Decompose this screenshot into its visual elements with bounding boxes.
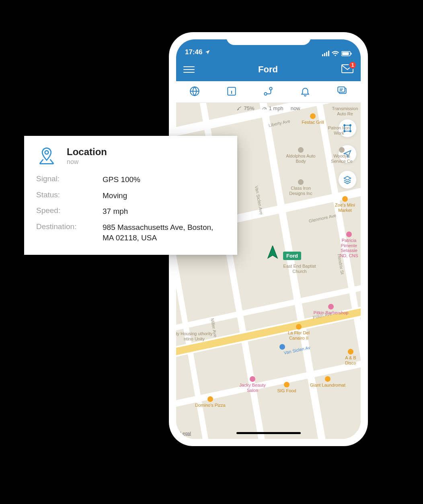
svg-point-27: [45, 151, 49, 154]
tab-chat[interactable]: [337, 86, 347, 98]
messages-button[interactable]: 1: [341, 64, 353, 75]
vehicle-marker[interactable]: [267, 246, 279, 261]
phone-notch: [226, 32, 311, 45]
svg-point-25: [344, 131, 345, 132]
geofence-button[interactable]: [338, 119, 357, 137]
tab-route[interactable]: [263, 86, 273, 98]
card-timestamp: now: [67, 158, 107, 166]
map-status-bar: 75% 1 mph now: [176, 105, 361, 111]
tab-globe[interactable]: [189, 86, 200, 98]
location-card: Location now Signal: GPS 100% Status: Mo…: [24, 136, 237, 255]
recenter-button[interactable]: [338, 145, 357, 163]
location-arrow-icon: [205, 49, 210, 55]
layers-button[interactable]: [338, 170, 357, 189]
wifi-icon: [332, 51, 339, 56]
speed-gauge-icon: [262, 106, 267, 111]
destination-value: 985 Massachusetts Ave, Boston, MA 02118,…: [103, 222, 225, 243]
svg-point-24: [350, 125, 351, 126]
tab-notifications[interactable]: [300, 86, 310, 98]
card-title: Location: [67, 146, 107, 158]
svg-point-7: [270, 87, 273, 90]
geofence-icon: [343, 124, 352, 133]
speed-label: Speed:: [36, 206, 99, 217]
layers-icon: [343, 175, 352, 184]
svg-point-23: [344, 125, 345, 126]
signal-label: Signal:: [36, 174, 99, 185]
status-label: Status:: [36, 191, 99, 201]
vehicle-label[interactable]: Ford: [283, 252, 301, 260]
info-icon: [226, 86, 237, 96]
menu-button[interactable]: [183, 66, 195, 73]
speed-value: 1 mph: [269, 105, 283, 111]
chat-icon: [337, 86, 347, 96]
svg-point-6: [265, 92, 267, 95]
tab-bar: [176, 81, 361, 103]
globe-icon: [189, 86, 200, 96]
navigate-icon: [343, 150, 352, 158]
location-pin-icon: [36, 146, 57, 167]
svg-rect-9: [338, 87, 345, 92]
battery-icon: [341, 51, 352, 56]
nav-bar: Ford 1: [176, 58, 361, 81]
home-indicator: [236, 432, 301, 434]
destination-label: Destination:: [36, 222, 99, 243]
svg-point-26: [350, 131, 351, 132]
svg-rect-2: [351, 53, 351, 55]
map-legal-link[interactable]: Legal: [180, 431, 191, 436]
map-controls: [338, 119, 357, 189]
status-time: 17:46: [185, 48, 202, 56]
bell-icon: [300, 86, 310, 96]
notification-badge: 1: [349, 61, 357, 69]
speed-card-value: 37 mph: [103, 206, 225, 217]
cellular-icon: [322, 51, 329, 56]
signal-value: GPS 100%: [103, 174, 225, 185]
satellite-icon: [236, 106, 242, 111]
tab-info[interactable]: [226, 86, 237, 98]
svg-rect-22: [345, 125, 351, 131]
status-value: Moving: [103, 191, 225, 201]
vehicle-arrow-icon: [267, 246, 279, 259]
nav-title: Ford: [258, 64, 278, 75]
svg-rect-1: [342, 52, 349, 55]
route-icon: [263, 86, 273, 96]
satellite-value: 75%: [244, 105, 254, 111]
timestamp-value: now: [291, 105, 300, 111]
